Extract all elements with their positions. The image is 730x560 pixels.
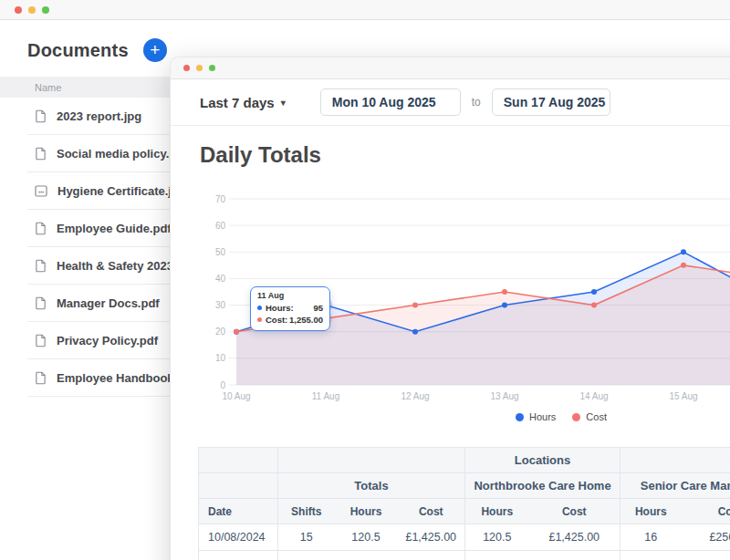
image-icon — [35, 184, 47, 198]
cost-dot-icon — [572, 413, 580, 421]
file-icon — [35, 259, 47, 273]
table-cell — [682, 551, 730, 560]
svg-text:14 Aug: 14 Aug — [579, 391, 608, 401]
table-cell — [199, 551, 278, 560]
date-from-input[interactable]: Mon 10 Aug 2025 — [320, 88, 461, 116]
table-cell: £1,425.00 — [398, 524, 465, 551]
tooltip-label: Hours: — [266, 302, 294, 314]
date-to-value: Sun 17 Aug 2025 — [504, 95, 606, 109]
cost-dot-icon — [257, 317, 262, 322]
file-name: Hygiene Certificate.jpg — [57, 184, 186, 198]
window-titlebar — [171, 57, 730, 79]
tooltip-row: Hours: 95 — [257, 302, 323, 314]
table-cell — [335, 551, 398, 560]
tooltip-label: Cost: — [266, 314, 287, 326]
table-row: DateShiftsHoursCostHoursCostHoursCost — [199, 499, 730, 524]
svg-text:12 Aug: 12 Aug — [401, 391, 429, 401]
traffic-light-yellow[interactable] — [196, 65, 203, 71]
data-table: LocationsTotalsNorthbrooke Care HomeSeni… — [198, 447, 730, 560]
legend-label: Cost — [586, 411, 607, 422]
svg-text:10 Aug: 10 Aug — [222, 391, 250, 401]
column-header: Hours — [465, 499, 529, 524]
svg-text:50: 50 — [215, 247, 226, 257]
hours-dot-icon — [257, 306, 262, 310]
table-header-cell — [199, 448, 278, 473]
file-icon — [35, 296, 47, 310]
table-cell: 120.5 — [335, 524, 398, 551]
chart-tooltip: 11 Aug Hours: 95 Cost: 1,255.00 — [250, 286, 330, 331]
locations-group-header: Locations — [465, 448, 620, 473]
table-header-cell — [199, 473, 278, 499]
file-name: Manager Docs.pdf — [57, 296, 160, 310]
table-row — [199, 551, 730, 560]
date-to-input[interactable]: Sun 17 Aug 2025 — [492, 88, 610, 116]
table-row: Locations — [199, 448, 730, 473]
chart-legend: Hours Cost — [516, 410, 730, 423]
file-icon — [35, 222, 47, 235]
plus-icon: + — [150, 41, 160, 58]
chevron-down-icon: ▾ — [281, 98, 286, 108]
file-name: Privacy Policy.pdf — [57, 334, 158, 347]
column-header: Date — [199, 499, 278, 524]
page-title: Documents — [27, 40, 129, 61]
table-header-cell — [620, 448, 730, 473]
traffic-light-green[interactable] — [209, 65, 215, 71]
table-cell — [529, 551, 620, 560]
date-from-value: Mon 10 Aug 2025 — [332, 95, 436, 109]
svg-text:11 Aug: 11 Aug — [312, 391, 339, 401]
file-name: 2023 report.jpg — [57, 109, 141, 123]
traffic-light-yellow[interactable] — [28, 6, 36, 14]
legend-item-cost[interactable]: Cost — [572, 411, 607, 422]
table-header-cell — [278, 448, 465, 473]
traffic-light-green[interactable] — [42, 6, 49, 14]
column-header: Hours — [620, 499, 682, 524]
date-range-toolbar: Last 7 days ▾ Mon 10 Aug 2025 to Sun 17 … — [171, 79, 730, 126]
location-group-header: Senior Care Manager — [620, 473, 730, 499]
table-cell: 16 — [620, 524, 682, 551]
totals-group-header: Totals — [278, 473, 465, 499]
file-icon — [35, 334, 47, 347]
tooltip-value: 95 — [313, 302, 323, 314]
date-range-label: Last 7 days — [200, 95, 275, 110]
file-icon — [35, 147, 47, 161]
svg-text:13 Aug: 13 Aug — [490, 391, 518, 401]
table-row: 10/08/202415120.5£1,425.00120.5£1,425.00… — [199, 524, 730, 551]
file-icon — [35, 371, 47, 385]
svg-text:15 Aug: 15 Aug — [669, 391, 697, 401]
svg-text:0: 0 — [220, 380, 225, 390]
svg-text:70: 70 — [215, 194, 226, 204]
column-header: Shifts — [278, 499, 335, 524]
tooltip-title: 11 Aug — [257, 291, 323, 300]
legend-label: Hours — [529, 411, 556, 422]
daily-totals-chart[interactable]: 01020304050607010 Aug11 Aug12 Aug13 Aug1… — [193, 188, 730, 407]
svg-text:20: 20 — [215, 327, 226, 337]
column-header: Cost — [529, 499, 620, 524]
add-document-button[interactable]: + — [143, 38, 167, 62]
table-cell: £256.00 — [682, 524, 730, 551]
traffic-light-red[interactable] — [15, 6, 22, 14]
location-group-header: Northbrooke Care Home — [465, 473, 620, 499]
column-header: Hours — [335, 499, 398, 524]
reports-window: Last 7 days ▾ Mon 10 Aug 2025 to Sun 17 … — [170, 57, 730, 560]
table-cell — [398, 551, 465, 560]
table-cell — [278, 551, 335, 560]
system-titlebar — [0, 0, 730, 20]
to-label: to — [472, 96, 481, 109]
name-column-label: Name — [35, 82, 61, 93]
traffic-light-red[interactable] — [183, 65, 190, 71]
tooltip-value: 1,255.00 — [289, 314, 323, 326]
table-cell — [620, 551, 682, 560]
tooltip-row: Cost: 1,255.00 — [257, 314, 323, 326]
totals-table: LocationsTotalsNorthbrooke Care HomeSeni… — [198, 447, 730, 560]
date-range-dropdown[interactable]: Last 7 days ▾ — [200, 95, 286, 110]
column-header: Cost — [398, 499, 465, 524]
table-cell: £1,425.00 — [529, 524, 620, 551]
svg-text:40: 40 — [215, 274, 226, 284]
file-name: Employee Guide.pdf — [57, 222, 172, 235]
file-icon — [35, 109, 47, 123]
table-cell: 120.5 — [465, 524, 529, 551]
hours-dot-icon — [516, 413, 524, 421]
svg-text:10: 10 — [215, 353, 226, 363]
legend-item-hours[interactable]: Hours — [516, 411, 556, 422]
chart-title: Daily Totals — [200, 140, 730, 170]
